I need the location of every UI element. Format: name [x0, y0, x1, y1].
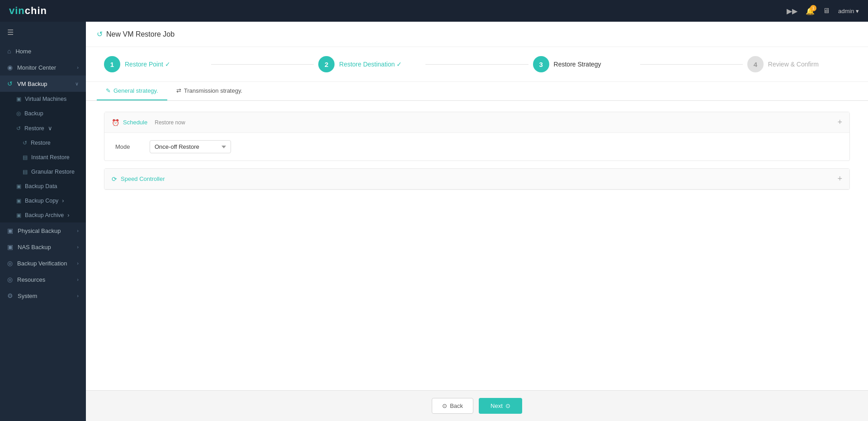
- sidebar-item-backup[interactable]: ◎ Backup: [0, 106, 86, 121]
- notification-icon[interactable]: 🔔 1: [806, 7, 815, 15]
- virtual-machines-icon: ▣: [16, 96, 21, 102]
- sidebar-item-instant-restore[interactable]: ▤ Instant Restore: [0, 150, 86, 165]
- sidebar-item-backup-verification[interactable]: ◎ Backup Verification ›: [0, 255, 86, 271]
- transmission-tab-icon: ⇄: [176, 87, 181, 94]
- sidebar-item-restore-sub[interactable]: ↺ Restore: [0, 136, 86, 150]
- backup-copy-label: Backup Copy: [25, 198, 58, 204]
- step-4-label: Review & Confirm: [768, 61, 819, 68]
- page-header-icon: ↺: [97, 30, 103, 38]
- content-area: ↺ New VM Restore Job 1 Restore Point ✓: [86, 22, 868, 421]
- step-1-num: 1: [110, 61, 114, 68]
- sidebar-item-backup-copy[interactable]: ▣ Backup Copy ›: [0, 194, 86, 208]
- sidebar-item-monitor[interactable]: ◉ Monitor Center ›: [0, 59, 86, 76]
- next-icon: ⊙: [505, 402, 510, 409]
- sidebar-item-vm-backup[interactable]: ↺ VM Backup ∨: [0, 76, 86, 92]
- nas-backup-chevron: ›: [77, 244, 79, 250]
- system-icon: ⚙: [7, 292, 13, 299]
- sidebar-item-backup-data[interactable]: ▣ Backup Data: [0, 179, 86, 194]
- backup-verification-label: Backup Verification: [17, 260, 67, 267]
- speed-controller-add-button[interactable]: +: [837, 174, 842, 184]
- restore-sub-icon: ↺: [23, 140, 27, 146]
- step-3-num: 3: [539, 61, 542, 68]
- step-1-label[interactable]: Restore Point ✓: [125, 61, 170, 68]
- mode-field-row: Mode Once-off Restore Scheduled Restore: [115, 140, 839, 153]
- physical-backup-label: Physical Backup: [18, 227, 61, 234]
- transmission-tab-label: Transmission strategy.: [184, 87, 242, 94]
- footer: ⊙ Back Next ⊙: [86, 390, 868, 421]
- tab-general[interactable]: ✎ General strategy.: [97, 82, 167, 100]
- speed-controller-section: ⟳ Speed Controller +: [104, 168, 850, 190]
- instant-restore-label: Instant Restore: [31, 154, 70, 161]
- step-4-circle: 4: [747, 56, 764, 72]
- step-3-label[interactable]: Restore Strategy: [554, 61, 601, 68]
- nas-backup-label: NAS Backup: [18, 244, 51, 251]
- speed-controller-icon: ⟳: [112, 175, 117, 183]
- resources-chevron: ›: [77, 277, 79, 282]
- backup-data-icon: ▣: [16, 183, 21, 189]
- mode-label: Mode: [115, 143, 142, 150]
- backup-archive-label: Backup Archive: [25, 212, 64, 218]
- backup-data-label: Backup Data: [25, 183, 57, 189]
- sidebar-item-backup-archive[interactable]: ▣ Backup Archive ›: [0, 208, 86, 222]
- general-tab-icon: ✎: [106, 87, 111, 94]
- restore-sub-label: Restore: [31, 140, 51, 146]
- sidebar-item-nas-backup[interactable]: ▣ NAS Backup ›: [0, 239, 86, 255]
- mode-select[interactable]: Once-off Restore Scheduled Restore: [150, 140, 231, 153]
- resources-label: Resources: [17, 276, 45, 283]
- nas-backup-icon: ▣: [7, 243, 13, 251]
- sidebar-item-vm-backup-label: VM Backup: [17, 80, 47, 87]
- sidebar-item-resources[interactable]: ◎ Resources ›: [0, 271, 86, 288]
- system-label: System: [18, 293, 37, 299]
- sidebar-item-virtual-machines[interactable]: ▣ Virtual Machines: [0, 92, 86, 106]
- step-2-label[interactable]: Restore Destination ✓: [339, 61, 402, 68]
- sidebar-item-granular-restore[interactable]: ▤ Granular Restore: [0, 165, 86, 179]
- physical-backup-chevron: ›: [77, 228, 79, 233]
- backup-copy-chevron: ›: [62, 198, 64, 204]
- main-layout: ☰ ⌂ Home ◉ Monitor Center › ↺ VM Backup …: [0, 22, 868, 421]
- back-button[interactable]: ⊙ Back: [432, 398, 473, 414]
- virtual-machines-label: Virtual Machines: [25, 96, 66, 102]
- backup-archive-icon: ▣: [16, 212, 21, 218]
- admin-menu[interactable]: admin ▾: [838, 8, 859, 14]
- schedule-title: ⏰ Schedule Restore now: [112, 119, 185, 126]
- schedule-icon: ⏰: [112, 119, 119, 126]
- vm-backup-icon: ↺: [7, 80, 13, 87]
- physical-backup-icon: ▣: [7, 227, 13, 234]
- content-body: ⏰ Schedule Restore now + Mode Once-off R…: [86, 101, 868, 208]
- step-connector-3: [640, 64, 743, 65]
- restore-icon: ↺: [16, 125, 21, 132]
- sidebar-item-home[interactable]: ⌂ Home: [0, 43, 86, 59]
- messages-icon[interactable]: ▶▶: [787, 7, 797, 15]
- stepper: 1 Restore Point ✓ 2 Restore Destination …: [86, 47, 868, 82]
- back-label: Back: [450, 402, 463, 409]
- backup-copy-icon: ▣: [16, 198, 21, 204]
- back-icon: ⊙: [442, 402, 447, 409]
- sidebar-toggle[interactable]: ☰: [0, 22, 86, 43]
- speed-controller-title: ⟳ Speed Controller: [112, 175, 165, 183]
- resources-icon: ◎: [7, 276, 13, 283]
- next-button[interactable]: Next ⊙: [479, 398, 522, 414]
- schedule-section: ⏰ Schedule Restore now + Mode Once-off R…: [104, 112, 850, 161]
- step-1-circle: 1: [104, 56, 120, 72]
- sidebar-item-restore[interactable]: ↺ Restore ∨: [0, 121, 86, 136]
- tab-bar: ✎ General strategy. ⇄ Transmission strat…: [86, 82, 868, 101]
- step-2-circle: 2: [318, 56, 335, 72]
- backup-verification-icon: ◎: [7, 260, 13, 267]
- sidebar-item-system[interactable]: ⚙ System ›: [0, 288, 86, 304]
- logo: vinchin: [9, 5, 47, 17]
- display-icon[interactable]: 🖥: [823, 7, 830, 15]
- schedule-add-button[interactable]: +: [837, 118, 842, 127]
- monitor-chevron: ›: [77, 65, 79, 70]
- step-4-num: 4: [754, 61, 757, 68]
- sidebar-item-monitor-label: Monitor Center: [17, 64, 56, 71]
- home-icon: ⌂: [7, 47, 11, 55]
- restore-now-badge: Restore now: [155, 119, 185, 126]
- sidebar-item-physical-backup[interactable]: ▣ Physical Backup ›: [0, 222, 86, 239]
- logo-v: vin: [9, 5, 25, 16]
- step-3: 3 Restore Strategy: [533, 56, 636, 72]
- speed-controller-title-label: Speed Controller: [121, 175, 165, 182]
- tab-transmission[interactable]: ⇄ Transmission strategy.: [167, 82, 251, 100]
- notification-badge: 1: [810, 5, 816, 11]
- schedule-header: ⏰ Schedule Restore now +: [104, 112, 849, 133]
- step-3-circle: 3: [533, 56, 549, 72]
